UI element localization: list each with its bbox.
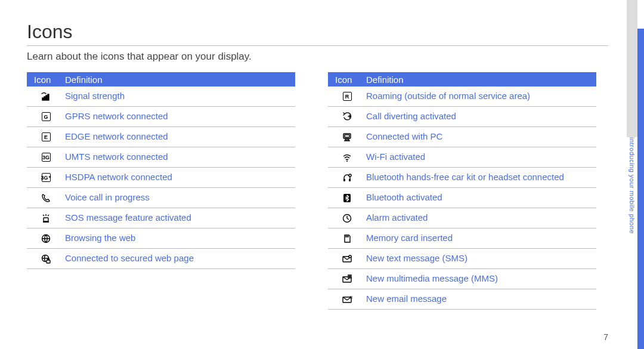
svg-point-28 <box>349 255 351 258</box>
table-row: Connected to secured web page <box>27 249 295 269</box>
umts-icon: 3G <box>27 153 65 162</box>
svg-rect-3 <box>48 94 49 100</box>
page-number: 7 <box>603 332 608 342</box>
definition-cell: Browsing the web <box>65 230 295 246</box>
table-row: GGPRS network connected <box>27 107 295 127</box>
header-definition: Definition <box>65 75 295 85</box>
table-row: New text message (SMS) <box>328 249 596 269</box>
browsing-icon <box>27 233 65 244</box>
right-table: Icon Definition RRoaming (outside of nor… <box>328 72 596 310</box>
svg-line-8 <box>48 215 49 216</box>
table-row: Connected with PC <box>328 127 596 147</box>
table-header: Icon Definition <box>328 72 596 87</box>
definition-cell: Bluetooth activated <box>366 190 596 206</box>
alarm-icon <box>328 213 366 224</box>
definition-cell: Alarm activated <box>366 210 596 226</box>
intro-text: Learn about the icons that appear on you… <box>27 51 608 63</box>
table-row: @New email message <box>328 289 596 310</box>
bluetooth-icon <box>328 193 366 203</box>
definition-cell: Connected to secured web page <box>65 251 295 267</box>
definition-cell: New email message <box>366 291 596 307</box>
sms-icon <box>328 254 366 264</box>
definition-cell: Call diverting activated <box>366 109 596 125</box>
svg-point-16 <box>346 160 348 162</box>
definition-cell: SOS message feature activated <box>65 210 295 226</box>
definition-cell: EDGE network connected <box>65 129 295 145</box>
table-row: Signal strength <box>27 87 295 107</box>
svg-point-19 <box>349 174 351 177</box>
definition-cell: New text message (SMS) <box>366 251 596 267</box>
definition-cell: Voice call in progress <box>65 190 295 206</box>
svg-rect-11 <box>47 260 50 263</box>
svg-rect-4 <box>44 218 48 221</box>
svg-line-23 <box>347 218 349 220</box>
table-row: 3G⁺HSDPA network connected <box>27 168 295 188</box>
definition-cell: Wi-Fi activated <box>366 149 596 165</box>
voice-call-icon <box>27 193 65 203</box>
signal-strength-icon <box>27 91 65 102</box>
svg-rect-13 <box>345 135 349 137</box>
side-section-label: introducing your mobile phone <box>628 137 636 234</box>
table-row: New multimedia message (MMS) <box>328 269 596 289</box>
side-bar: introducing your mobile phone <box>627 0 644 349</box>
secured-web-icon <box>27 254 65 264</box>
pc-connect-icon <box>328 132 366 143</box>
header-definition: Definition <box>366 75 596 85</box>
table-row: EEDGE network connected <box>27 127 295 147</box>
table-row: Browsing the web <box>27 228 295 249</box>
svg-rect-1 <box>44 97 45 100</box>
definition-cell: GPRS network connected <box>65 109 295 125</box>
table-row: Bluetooth hands-free car kit or headset … <box>328 168 596 188</box>
table-row: SOS message feature activated <box>27 208 295 228</box>
definition-cell: Connected with PC <box>366 129 596 145</box>
definition-cell: Memory card inserted <box>366 230 596 246</box>
page-title: Icons <box>27 21 608 46</box>
definition-cell: UMTS network connected <box>65 149 295 165</box>
svg-rect-0 <box>42 98 44 100</box>
sos-icon <box>27 213 65 224</box>
svg-rect-17 <box>343 179 345 181</box>
table-row: Call diverting activated <box>328 107 596 127</box>
email-icon: @ <box>328 294 366 305</box>
table-row: Wi-Fi activated <box>328 147 596 168</box>
table-row: Voice call in progress <box>27 188 295 208</box>
wifi-icon <box>328 152 366 163</box>
svg-rect-2 <box>46 95 47 100</box>
call-divert-icon <box>328 112 366 122</box>
definition-cell: HSDPA network connected <box>65 169 295 186</box>
roaming-icon: R <box>328 92 366 101</box>
table-row: 3GUMTS network connected <box>27 147 295 168</box>
hsdpa-icon: 3G⁺ <box>27 173 65 182</box>
definition-cell: New multimedia message (MMS) <box>366 271 596 287</box>
definition-cell: Roaming (outside of normal service area) <box>366 88 596 104</box>
bt-headset-icon <box>328 172 366 183</box>
svg-line-7 <box>43 215 44 216</box>
memory-card-icon <box>328 233 366 244</box>
table-header: Icon Definition <box>27 72 295 87</box>
gprs-icon: G <box>27 112 65 121</box>
svg-rect-5 <box>43 221 49 223</box>
left-table: Icon Definition Signal strengthGGPRS net… <box>27 72 295 310</box>
table-row: RRoaming (outside of normal service area… <box>328 87 596 107</box>
mms-icon <box>328 274 366 285</box>
svg-rect-30 <box>348 275 351 278</box>
svg-rect-14 <box>345 139 349 140</box>
edge-icon: E <box>27 132 65 141</box>
header-icon: Icon <box>27 75 65 85</box>
table-row: Memory card inserted <box>328 228 596 249</box>
table-row: Alarm activated <box>328 208 596 228</box>
definition-cell: Signal strength <box>65 88 295 104</box>
svg-text:@: @ <box>349 295 352 299</box>
table-row: Bluetooth activated <box>328 188 596 208</box>
definition-cell: Bluetooth hands-free car kit or headset … <box>366 169 596 186</box>
header-icon: Icon <box>328 75 366 85</box>
svg-rect-18 <box>349 179 351 181</box>
